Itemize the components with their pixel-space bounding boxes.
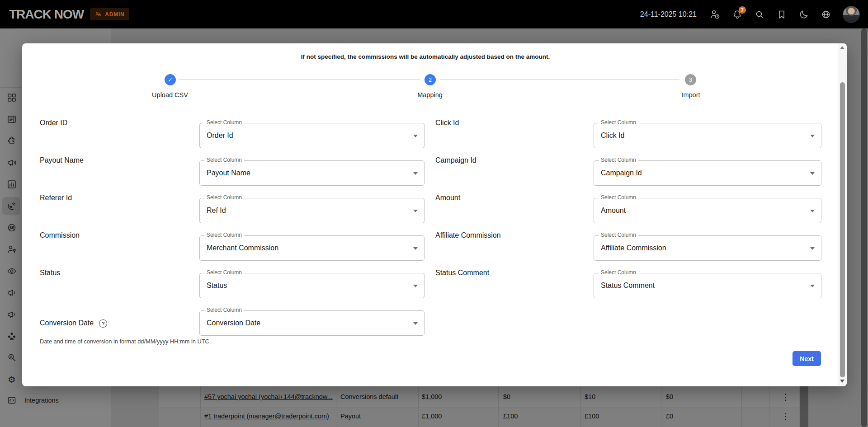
language-globe-icon[interactable] — [821, 9, 831, 20]
chevron-down-icon — [413, 322, 418, 325]
admin-badge: ADMIN — [90, 8, 129, 20]
select-commission[interactable]: Select Column Merchant Commission — [199, 235, 425, 261]
select-value: Status — [207, 273, 227, 298]
step-label-upload-csv: Upload CSV — [134, 91, 206, 99]
conversion-date-label-text: Conversion Date — [40, 319, 94, 327]
top-bar: TRACK NOW ADMIN 24-11-2025 10:21 7 — [0, 0, 868, 28]
bookmark-icon[interactable] — [776, 9, 787, 20]
step-circle-import: 3 — [685, 74, 696, 85]
scroll-down-arrow-icon[interactable] — [840, 380, 844, 383]
user-clock-icon[interactable] — [710, 9, 721, 20]
chevron-down-icon — [810, 247, 815, 250]
field-label-amount: Amount — [435, 185, 460, 211]
field-label-status-comment: Status Comment — [435, 260, 489, 286]
select-value: Click Id — [601, 123, 624, 148]
user-lock-icon — [94, 10, 102, 18]
help-icon[interactable]: ? — [99, 319, 107, 328]
dark-mode-moon-icon[interactable] — [798, 9, 809, 20]
select-value: Affiliate Commission — [601, 236, 666, 260]
scroll-up-arrow-icon[interactable] — [840, 46, 844, 49]
dialog-intro-text: If not specified, the commissions will b… — [22, 53, 829, 60]
select-affiliate-commission[interactable]: Select Column Affiliate Commission — [594, 235, 821, 261]
chevron-down-icon — [810, 285, 815, 287]
next-button[interactable]: Next — [793, 351, 821, 366]
search-icon[interactable] — [754, 9, 765, 20]
field-label-order-id: Order ID — [40, 110, 67, 136]
field-label-commission: Commission — [40, 223, 80, 248]
field-label-referer-id: Referer Id — [40, 185, 72, 211]
avatar[interactable] — [843, 6, 860, 23]
notifications-bell-icon[interactable]: 7 — [732, 9, 743, 20]
chevron-down-icon — [413, 210, 418, 212]
field-label-payout-name: Payout Name — [40, 148, 84, 173]
select-status[interactable]: Select Column Status — [199, 273, 425, 298]
chevron-down-icon — [810, 210, 815, 212]
select-conversion-date[interactable]: Select Column Conversion Date — [199, 310, 425, 336]
select-value: Payout Name — [207, 161, 250, 185]
select-click-id[interactable]: Select Column Click Id — [594, 123, 821, 148]
select-value: Campaign Id — [601, 161, 642, 185]
step-label-import: Import — [655, 91, 727, 99]
dialog-scrollbar-thumb[interactable] — [840, 82, 845, 377]
select-status-comment[interactable]: Select Column Status Comment — [594, 273, 821, 298]
conversion-date-helper-text: Date and time of conversion in format dd… — [40, 338, 211, 345]
select-value: Conversion Date — [207, 311, 260, 335]
select-value: Status Comment — [601, 273, 655, 298]
step-circle-upload-csv: ✓ — [165, 74, 176, 85]
field-label-conversion-date: Conversion Date? — [40, 310, 107, 336]
app-logo[interactable]: TRACK NOW — [9, 7, 84, 22]
field-label-campaign-id: Campaign Id — [435, 148, 476, 173]
chevron-down-icon — [810, 135, 815, 137]
select-value: Ref Id — [207, 198, 226, 223]
field-label-click-id: Click Id — [435, 110, 459, 136]
field-label-affiliate-commission: Affiliate Commission — [435, 223, 501, 248]
datetime-label: 24-11-2025 10:21 — [640, 10, 697, 19]
select-value: Amount — [601, 198, 626, 223]
select-value: Order Id — [207, 123, 233, 148]
field-label-status: Status — [40, 260, 60, 286]
select-amount[interactable]: Select Column Amount — [594, 198, 821, 223]
step-connector — [179, 80, 420, 80]
select-referer-id[interactable]: Select Column Ref Id — [199, 198, 425, 223]
step-circle-mapping: 2 — [425, 74, 436, 85]
chevron-down-icon — [413, 247, 418, 250]
step-connector — [440, 80, 679, 80]
select-order-id[interactable]: Select Column Order Id — [199, 123, 425, 148]
csv-mapping-dialog: If not specified, the commissions will b… — [22, 43, 847, 386]
admin-badge-label: ADMIN — [105, 11, 124, 18]
step-label-mapping: Mapping — [394, 91, 466, 99]
notification-count-badge: 7 — [739, 6, 746, 14]
chevron-down-icon — [810, 172, 815, 175]
select-payout-name[interactable]: Select Column Payout Name — [199, 160, 425, 186]
select-value: Merchant Commission — [207, 236, 278, 260]
select-campaign-id[interactable]: Select Column Campaign Id — [594, 160, 821, 186]
chevron-down-icon — [413, 285, 418, 287]
chevron-down-icon — [413, 172, 418, 175]
chevron-down-icon — [413, 135, 418, 137]
